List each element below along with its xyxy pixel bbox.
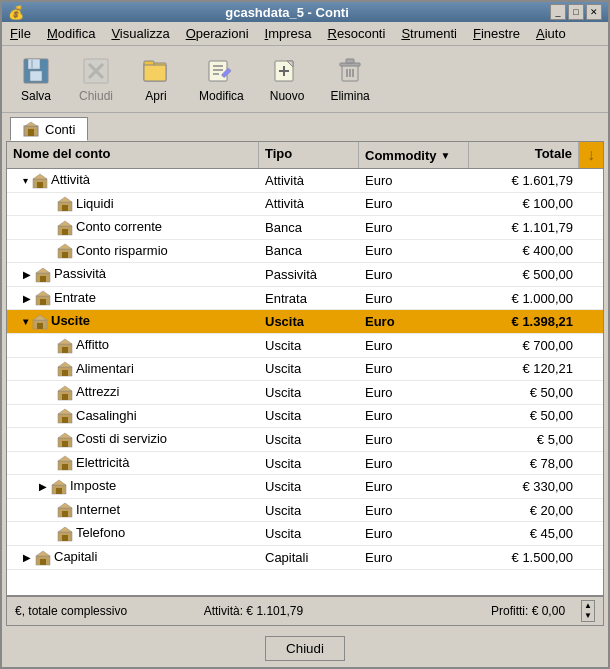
table-row[interactable]: CasalinghiUscitaEuro€ 50,00	[7, 405, 603, 429]
close-button[interactable]: ✕	[586, 4, 602, 20]
svg-marker-41	[36, 268, 50, 273]
expand-icon[interactable]: ▾	[23, 175, 28, 186]
header-totale[interactable]: Totale	[469, 142, 579, 168]
apri-label: Apri	[145, 89, 166, 103]
header-nome[interactable]: Nome del conto	[7, 142, 259, 168]
spinner-down[interactable]: ▼	[582, 611, 594, 621]
cell-tipo: Uscita	[259, 405, 359, 426]
table-row[interactable]: AffittoUscitaEuro€ 700,00	[7, 334, 603, 358]
svg-rect-57	[62, 394, 68, 400]
table-row[interactable]: Costi di servizioUscitaEuro€ 5,00	[7, 428, 603, 452]
cell-tipo: Uscita	[259, 335, 359, 356]
cell-name: Alimentari	[7, 358, 259, 381]
main-content: Nome del conto Tipo Commodity ▼ Totale ↓…	[6, 141, 604, 596]
cell-tipo: Uscita	[259, 476, 359, 497]
table-row[interactable]: ▶ ImposteUscitaEuro€ 330,00	[7, 475, 603, 499]
cell-tipo: Uscita	[259, 429, 359, 450]
cell-name: Conto risparmio	[7, 240, 259, 263]
expand-icon[interactable]: ▶	[23, 293, 31, 304]
toolbar-chiudi[interactable]: Chiudi	[70, 50, 122, 108]
table-row[interactable]: ▾ UsciteUscitaEuro€ 1.398,21	[7, 310, 603, 334]
svg-rect-3	[31, 60, 33, 68]
menu-bar: File Modifica Visualizza Operazioni Impr…	[2, 22, 608, 46]
expand-icon[interactable]: ▶	[23, 552, 31, 563]
table-row[interactable]: ▾ AttivitàAttivitàEuro€ 1.601,79	[7, 169, 603, 193]
chiudi-label: Chiudi	[79, 89, 113, 103]
svg-rect-39	[62, 252, 68, 258]
toolbar-salva[interactable]: Salva	[10, 50, 62, 108]
title-bar: 💰 gcashdata_5 - Conti _ □ ✕	[2, 2, 608, 22]
nuovo-icon	[271, 55, 303, 87]
table-row[interactable]: Conto correnteBancaEuro€ 1.101,79	[7, 216, 603, 240]
table-row[interactable]: ElettricitàUscitaEuro€ 78,00	[7, 452, 603, 476]
table-header: Nome del conto Tipo Commodity ▼ Totale ↓	[7, 142, 603, 169]
cell-totale: € 50,00	[469, 382, 579, 403]
toolbar-apri[interactable]: Apri	[130, 50, 182, 108]
account-name: Casalinghi	[76, 408, 137, 423]
spinner-up[interactable]: ▲	[582, 601, 594, 611]
cell-tipo: Uscita	[259, 523, 359, 544]
account-name: Telefono	[76, 525, 125, 540]
table-row[interactable]: AttrezziUscitaEuro€ 50,00	[7, 381, 603, 405]
cell-totale: € 100,00	[469, 193, 579, 214]
menu-operazioni[interactable]: Operazioni	[178, 24, 257, 43]
table-row[interactable]: Conto risparmioBancaEuro€ 400,00	[7, 240, 603, 264]
conti-tab-icon	[23, 121, 39, 137]
toolbar-nuovo[interactable]: Nuovo	[261, 50, 314, 108]
toolbar-modifica[interactable]: Modifica	[190, 50, 253, 108]
cell-totale: € 400,00	[469, 240, 579, 261]
menu-impresa[interactable]: Impresa	[257, 24, 320, 43]
svg-rect-36	[62, 229, 68, 235]
table-row[interactable]: TelefonoUscitaEuro€ 45,00	[7, 522, 603, 546]
table-row[interactable]: ▶ CapitaliCapitaliEuro€ 1.500,00	[7, 546, 603, 570]
menu-aiuto[interactable]: Aiuto	[528, 24, 574, 43]
cell-name: Casalinghi	[7, 405, 259, 428]
svg-marker-50	[58, 339, 72, 344]
chiudi-icon	[80, 55, 112, 87]
menu-file[interactable]: File	[2, 24, 39, 43]
cell-name: Elettricità	[7, 452, 259, 475]
header-sort-indicator[interactable]: ↓	[579, 142, 603, 168]
account-name: Elettricità	[76, 455, 129, 470]
spinner[interactable]: ▲ ▼	[581, 600, 595, 622]
close-window-button[interactable]: Chiudi	[265, 636, 345, 661]
table-row[interactable]: InternetUscitaEuro€ 20,00	[7, 499, 603, 523]
cell-totale: € 500,00	[469, 264, 579, 285]
cell-empty	[579, 531, 603, 537]
cell-tipo: Uscita	[259, 311, 359, 332]
elimina-icon	[334, 55, 366, 87]
menu-finestre[interactable]: Finestre	[465, 24, 528, 43]
maximize-button[interactable]: □	[568, 4, 584, 20]
cell-name: ▶ Imposte	[7, 475, 259, 498]
menu-visualizza[interactable]: Visualizza	[103, 24, 177, 43]
toolbar-elimina[interactable]: Elimina	[321, 50, 378, 108]
account-name: Conto risparmio	[76, 243, 168, 258]
expand-icon[interactable]: ▶	[23, 269, 31, 280]
svg-rect-63	[62, 441, 68, 447]
menu-modifica[interactable]: Modifica	[39, 24, 103, 43]
table-row[interactable]: ▶ EntrateEntrataEuro€ 1.000,00	[7, 287, 603, 311]
menu-strumenti[interactable]: Strumenti	[393, 24, 465, 43]
minimize-button[interactable]: _	[550, 4, 566, 20]
apri-icon	[140, 55, 172, 87]
title-bar-buttons: _ □ ✕	[550, 4, 602, 20]
cell-commodity: Euro	[359, 547, 469, 568]
cell-empty	[579, 201, 603, 207]
cell-commodity: Euro	[359, 240, 469, 261]
table-row[interactable]: ▶ PassivitàPassivitàEuro€ 500,00	[7, 263, 603, 287]
svg-rect-33	[62, 205, 68, 211]
tab-conti[interactable]: Conti	[10, 117, 88, 141]
table-row[interactable]: AlimentariUscitaEuro€ 120,21	[7, 358, 603, 382]
account-name: Capitali	[54, 549, 97, 564]
cell-empty	[579, 272, 603, 278]
expand-icon[interactable]: ▾	[23, 316, 28, 327]
cell-empty	[579, 295, 603, 301]
header-tipo[interactable]: Tipo	[259, 142, 359, 168]
cell-empty	[579, 507, 603, 513]
cell-empty	[579, 248, 603, 254]
table-row[interactable]: LiquidiAttivitàEuro€ 100,00	[7, 193, 603, 217]
header-commodity[interactable]: Commodity ▼	[359, 142, 469, 168]
cell-empty	[579, 366, 603, 372]
expand-icon[interactable]: ▶	[39, 481, 47, 492]
menu-resoconti[interactable]: Resoconti	[320, 24, 394, 43]
